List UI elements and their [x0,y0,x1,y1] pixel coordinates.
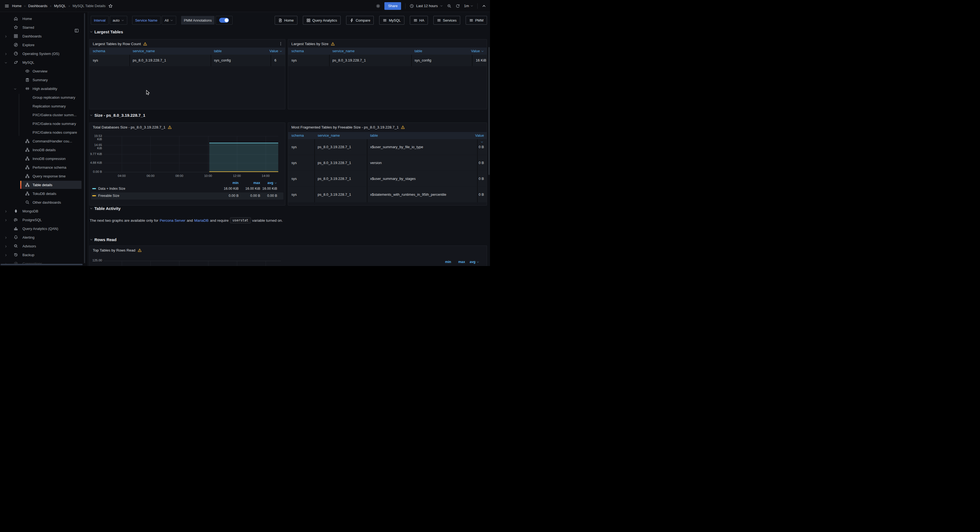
column-header-service_name[interactable]: service_name [318,132,340,139]
zoom-out-time-icon[interactable] [447,4,452,8]
sidebar-item-high-availability[interactable]: High availability [0,84,88,93]
table-row[interactable]: sysps_8.0_3.19.228.7_1sys_config6 [89,55,285,66]
table-row[interactable]: sysps_8.0_3.19.228.7_1x$statements_with_… [288,187,487,202]
dashboard-link-pmm[interactable]: PMM [466,16,487,25]
sidebar-item-mongodb[interactable]: MongoDB [0,206,88,216]
service-name-variable-select[interactable]: All [162,16,176,25]
sidebar-item-command-handler-cou[interactable]: Command/Handler cou... [0,137,88,145]
warning-icon[interactable] [138,248,142,253]
column-header-table[interactable]: table [214,48,222,55]
sidebar-item-innodb-details[interactable]: InnoDB details [0,145,88,154]
section-size[interactable]: Size - ps_8.0_3.19.228.7_1 [90,113,145,118]
sidebar-item-overview[interactable]: Overview [0,67,88,75]
dashboard-link-home[interactable]: Home [275,16,298,25]
sidebar-item-operating-system-os[interactable]: Operating System (OS) [0,49,88,58]
column-header-schema[interactable]: schema [93,48,105,55]
refresh-interval-picker[interactable]: 1m [464,4,473,8]
warning-icon[interactable] [331,42,335,46]
table-row[interactable]: sysps_8.0_3.19.228.7_1x$user_summary_by_… [288,171,487,186]
dashboard-link-services[interactable]: Services [433,16,460,25]
column-header-value[interactable]: Value [475,132,484,139]
legend-header-min[interactable]: min [445,260,451,264]
legend-value-min: 0.00 B [229,194,239,198]
section-rows-read[interactable]: Rows Read [90,237,116,242]
chevron-down-icon [170,19,173,22]
column-header-table[interactable]: table [370,132,378,139]
column-header-table[interactable]: table [415,48,422,55]
sidebar-item-performance-schema[interactable]: Performance schema [0,163,88,172]
warning-icon[interactable] [401,125,405,129]
legend-series-freeable-size[interactable]: Freeable Size [92,194,119,198]
column-header-service_name[interactable]: service_name [133,48,155,55]
sidebar-item-group-replication-summary[interactable]: Group replication summary [0,93,88,102]
sidebar-item-backup[interactable]: Backup [0,251,88,259]
dashboard-link-compare[interactable]: Compare [346,16,374,25]
sidebar-item-pxc-galera-cluster-summ[interactable]: PXC/Galera cluster summ... [0,110,88,119]
column-header-value[interactable]: Value [471,48,484,55]
list-icon [469,18,473,22]
collapse-navbar-caret-icon[interactable] [482,4,486,8]
table-cell-schema: sys [291,187,297,202]
table-row[interactable]: sysps_8.0_3.19.228.7_1version0 B [288,155,487,171]
favorite-star-icon[interactable] [108,4,113,8]
sidebar-item-dashboards[interactable]: Dashboards [0,32,88,40]
dashboard-settings-gear-icon[interactable] [376,4,380,8]
column-header-schema[interactable]: schema [291,48,304,55]
sidebar-item-home[interactable]: Home [0,14,88,23]
breadcrumb-mysql[interactable]: MySQL [54,4,66,8]
legend-header-max[interactable]: max [253,181,260,185]
sidebar-item-other-dashboards[interactable]: Other dashboards [0,198,88,206]
breadcrumb-home[interactable]: Home [12,4,22,8]
sidebar-item-pxc-galera-node-summary[interactable]: PXC/Galera node summary [0,119,88,128]
percona-server-link[interactable]: Percona Server [160,218,186,222]
dashboard-link-mysql[interactable]: MySQL [379,16,404,25]
sidebar-item-innodb-compression[interactable]: InnoDB compression [0,154,88,163]
cell-divider [367,139,368,155]
collapse-sidebar-icon[interactable] [75,29,79,33]
refresh-icon[interactable] [455,4,460,8]
sidebar-item-summary[interactable]: Summary [0,75,88,84]
legend-header-max[interactable]: max [458,260,465,264]
sidebar-item-replication-summary[interactable]: Replication summary [0,102,88,110]
chevron-down-icon [14,87,17,90]
sidebar-item-query-response-time[interactable]: Query response time [0,172,88,180]
column-header-schema[interactable]: schema [291,132,304,139]
sidebar-item-postgresql[interactable]: PostgreSQL [0,216,88,224]
sidebar-item-advisors[interactable]: Advisors [0,242,88,251]
sidebar-item-table-details[interactable]: Table details [0,180,88,189]
sidebar-item-pxc-galera-nodes-compare[interactable]: PXC/Galera nodes compare [0,128,88,137]
interval-variable-select[interactable]: auto [110,16,127,25]
warning-icon[interactable] [143,42,147,46]
sidebar-vertical-scrollbar[interactable] [84,13,85,263]
sidebar-item-query-analytics-qan[interactable]: Query Analytics (QAN) [0,224,88,233]
hamburger-menu-icon[interactable] [5,3,9,8]
panel-menu-kebab-icon[interactable] [278,41,283,46]
section-table-activity[interactable]: Table Activity [90,206,121,211]
sidebar-item-label: PXC/Galera cluster summ... [33,113,76,117]
share-button[interactable]: Share [384,2,401,10]
dashboard-link-query-analytics[interactable]: Query Analytics [303,16,340,25]
sidebar-horizontal-scrollbar[interactable] [0,264,83,265]
table-row[interactable]: sysps_8.0_3.19.228.7_1x$user_summary_by_… [288,139,487,155]
star-icon [14,25,18,30]
section-largest-tables[interactable]: Largest Tables [90,30,123,34]
sidebar-item-tokudb-details[interactable]: TokuDB details [0,189,88,198]
legend-header-min[interactable]: min [232,181,239,185]
column-header-value[interactable]: Value [269,48,282,55]
legend-header-avg[interactable]: avg [267,181,277,185]
mariadb-link[interactable]: MariaDB [194,218,209,222]
time-range-picker[interactable]: Last 12 hours [410,4,443,8]
sidebar-item-mysql[interactable]: MySQL [0,58,88,67]
content-vertical-scrollbar[interactable] [488,47,490,175]
table-row[interactable]: sysps_8.0_3.19.228.7_1sys_config16 KiB [288,55,487,66]
warning-icon[interactable] [168,125,172,129]
sidebar-item-explore[interactable]: Explore [0,40,88,49]
sitemap-icon [25,174,30,178]
legend-series-data-index-size[interactable]: Data + Index Size [92,187,125,191]
column-header-service_name[interactable]: service_name [332,48,355,55]
dashboard-link-ha[interactable]: HA [410,16,428,25]
sidebar-item-alerting[interactable]: Alerting [0,233,88,242]
legend-header-avg[interactable]: avg [469,260,479,264]
pmm-annotations-toggle[interactable] [216,16,232,25]
breadcrumb-dashboards[interactable]: Dashboards [28,4,47,8]
